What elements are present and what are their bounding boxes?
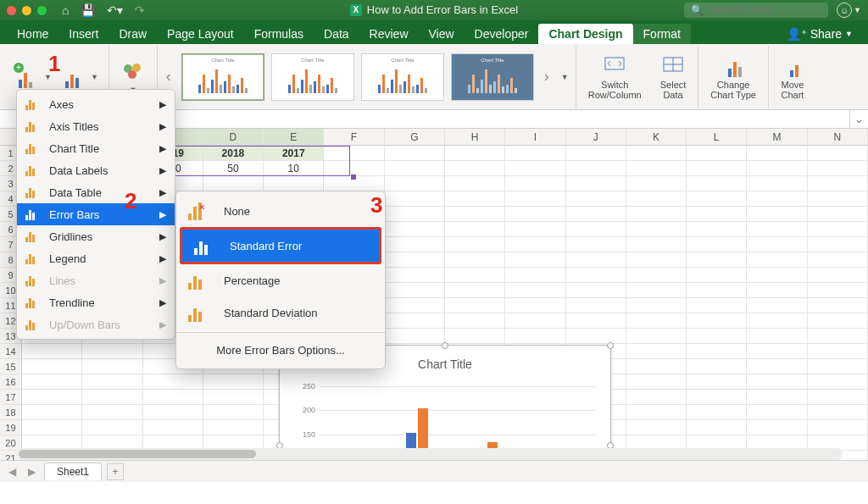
cell[interactable] bbox=[203, 420, 264, 435]
column-header[interactable]: I bbox=[505, 129, 565, 145]
menu-item-gridlines[interactable]: Gridlines▶ bbox=[17, 225, 175, 247]
cell[interactable] bbox=[626, 268, 687, 282]
search-sheet-box[interactable]: 🔍 bbox=[684, 3, 828, 18]
cell[interactable] bbox=[808, 176, 868, 191]
cell[interactable] bbox=[687, 374, 747, 389]
cell[interactable] bbox=[687, 237, 747, 252]
cell[interactable] bbox=[747, 329, 807, 343]
cell[interactable] bbox=[687, 207, 747, 221]
cell[interactable] bbox=[808, 359, 868, 374]
submenu-item-standard-error[interactable]: Standard Error bbox=[182, 230, 379, 262]
cell[interactable] bbox=[82, 359, 142, 374]
cell[interactable] bbox=[808, 191, 868, 206]
cell[interactable] bbox=[203, 390, 264, 404]
cell[interactable] bbox=[566, 222, 626, 236]
cell[interactable] bbox=[505, 237, 565, 252]
cell[interactable] bbox=[687, 283, 747, 297]
tab-developer[interactable]: Developer bbox=[465, 24, 539, 44]
cell[interactable] bbox=[566, 252, 626, 267]
cell[interactable] bbox=[626, 191, 687, 206]
cell[interactable] bbox=[264, 176, 324, 191]
cell[interactable] bbox=[143, 374, 203, 389]
cell[interactable] bbox=[747, 146, 807, 160]
cell[interactable]: 2018 bbox=[203, 146, 264, 160]
column-header[interactable]: E bbox=[264, 129, 324, 145]
cell[interactable] bbox=[566, 237, 626, 252]
cell[interactable] bbox=[82, 405, 142, 419]
cell[interactable] bbox=[687, 420, 747, 435]
cell[interactable] bbox=[566, 298, 626, 313]
save-icon[interactable]: 💾 bbox=[81, 3, 95, 17]
cell[interactable] bbox=[385, 191, 445, 206]
cell[interactable] bbox=[566, 313, 626, 328]
cell[interactable] bbox=[808, 329, 868, 343]
column-header[interactable]: N bbox=[808, 129, 868, 145]
cell[interactable] bbox=[385, 161, 445, 175]
cell[interactable] bbox=[445, 252, 505, 267]
cell[interactable]: 50 bbox=[203, 161, 264, 175]
undo-icon[interactable]: ↶▾ bbox=[107, 3, 123, 17]
row-header[interactable]: 17 bbox=[0, 390, 22, 404]
tab-home[interactable]: Home bbox=[7, 24, 58, 44]
scrollbar-thumb[interactable] bbox=[19, 450, 256, 458]
cell[interactable] bbox=[445, 161, 505, 175]
tab-data[interactable]: Data bbox=[314, 24, 359, 44]
cell[interactable] bbox=[747, 252, 807, 267]
cell[interactable] bbox=[445, 207, 505, 221]
add-sheet-button[interactable]: + bbox=[107, 463, 124, 480]
cell[interactable] bbox=[22, 359, 82, 374]
cell[interactable] bbox=[687, 268, 747, 282]
cell[interactable] bbox=[505, 268, 565, 282]
cell[interactable] bbox=[626, 344, 687, 358]
cell[interactable] bbox=[22, 405, 82, 419]
cell[interactable] bbox=[203, 374, 264, 389]
cell[interactable] bbox=[445, 237, 505, 252]
chart-style-thumbnail[interactable]: Chart Title bbox=[271, 53, 354, 101]
switch-row-column-button[interactable]: Switch Row/Column bbox=[583, 53, 647, 100]
cell[interactable] bbox=[385, 313, 445, 328]
column-header[interactable]: H bbox=[445, 129, 505, 145]
cell[interactable] bbox=[566, 329, 626, 343]
chevron-left-icon[interactable]: ‹ bbox=[164, 68, 173, 86]
cell[interactable] bbox=[747, 359, 807, 374]
cell[interactable] bbox=[747, 237, 807, 252]
cell[interactable] bbox=[22, 420, 82, 435]
cell[interactable] bbox=[505, 222, 565, 236]
tab-formulas[interactable]: Formulas bbox=[244, 24, 314, 44]
cell[interactable] bbox=[626, 252, 687, 267]
select-data-button[interactable]: Select Data bbox=[655, 53, 692, 100]
menu-item-chart-title[interactable]: Chart Title▶ bbox=[17, 137, 175, 159]
cell[interactable] bbox=[626, 283, 687, 297]
menu-item-data-labels[interactable]: Data Labels▶ bbox=[17, 159, 175, 181]
cell[interactable] bbox=[687, 344, 747, 358]
cell[interactable] bbox=[505, 298, 565, 313]
chart-resize-handle[interactable] bbox=[607, 342, 614, 349]
cell[interactable] bbox=[626, 374, 687, 389]
cell[interactable] bbox=[324, 161, 384, 175]
chevron-right-icon[interactable]: › bbox=[542, 68, 551, 86]
cell[interactable] bbox=[385, 222, 445, 236]
maximize-window-button[interactable] bbox=[37, 6, 47, 15]
cell[interactable] bbox=[626, 390, 687, 404]
cell[interactable] bbox=[626, 359, 687, 374]
cell[interactable] bbox=[385, 207, 445, 221]
cell[interactable] bbox=[385, 252, 445, 267]
cell[interactable] bbox=[808, 405, 868, 419]
chart-style-thumbnail[interactable]: Chart Title bbox=[451, 53, 534, 101]
cell[interactable] bbox=[808, 222, 868, 236]
cell[interactable] bbox=[626, 329, 687, 343]
cell[interactable] bbox=[808, 161, 868, 175]
row-header[interactable]: 14 bbox=[0, 344, 22, 358]
cell[interactable] bbox=[687, 176, 747, 191]
cell[interactable] bbox=[385, 298, 445, 313]
column-header[interactable]: M bbox=[747, 129, 807, 145]
cell[interactable] bbox=[747, 207, 807, 221]
tab-draw[interactable]: Draw bbox=[108, 24, 157, 44]
cell[interactable]: 2017 bbox=[264, 146, 324, 160]
cell[interactable] bbox=[687, 222, 747, 236]
cell[interactable] bbox=[445, 329, 505, 343]
cell[interactable] bbox=[566, 207, 626, 221]
cell[interactable] bbox=[445, 146, 505, 160]
change-chart-type-button[interactable]: Change Chart Type bbox=[705, 53, 761, 100]
cell[interactable] bbox=[747, 313, 807, 328]
